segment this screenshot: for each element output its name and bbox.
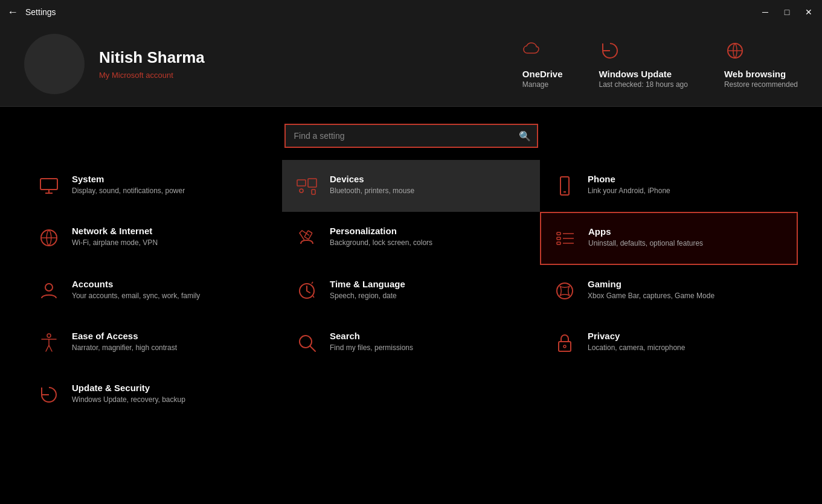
time-icon xyxy=(295,279,319,303)
minimize-button[interactable]: ─ xyxy=(759,7,771,17)
search-settings-title: Search xyxy=(330,331,413,341)
globe-icon xyxy=(724,40,746,65)
setting-item-phone[interactable]: Phone Link your Android, iPhone xyxy=(540,160,798,212)
windows-update-sub: Last checked: 18 hours ago xyxy=(599,80,688,89)
search-settings-text: Search Find my files, permissions xyxy=(330,331,413,353)
ease-of-access-title: Ease of Access xyxy=(72,331,177,341)
search-settings-desc: Find my files, permissions xyxy=(330,343,413,353)
search-section: 🔍 xyxy=(0,107,822,160)
header-tile-web-browsing[interactable]: Web browsing Restore recommended xyxy=(724,40,798,89)
web-browsing-sub: Restore recommended xyxy=(724,80,798,89)
phone-icon xyxy=(553,174,577,198)
monitor-icon xyxy=(37,174,61,198)
svg-line-23 xyxy=(310,346,315,351)
svg-rect-4 xyxy=(297,180,306,186)
profile-name: Nitish Sharma xyxy=(99,48,205,67)
network-text: Network & Internet Wi-Fi, airplane mode,… xyxy=(72,226,158,248)
privacy-text: Privacy Location, camera, microphone xyxy=(588,331,685,353)
phone-text: Phone Link your Android, iPhone xyxy=(588,174,670,196)
apps-desc: Uninstall, defaults, optional features xyxy=(588,238,703,249)
update-security-text: Update & Security Windows Update, recove… xyxy=(72,383,185,405)
svg-point-18 xyxy=(45,284,53,291)
window-title: Settings xyxy=(25,7,56,17)
accounts-title: Accounts xyxy=(72,279,200,289)
web-browsing-title: Web browsing xyxy=(724,69,786,79)
system-text: System Display, sound, notifications, po… xyxy=(72,174,185,196)
title-bar-left: ← Settings xyxy=(7,6,56,19)
apps-title: Apps xyxy=(588,226,703,237)
avatar xyxy=(24,34,85,94)
setting-item-time-language[interactable]: Time & Language Speech, region, date xyxy=(282,265,540,317)
svg-rect-16 xyxy=(557,242,560,244)
header-tile-onedrive[interactable]: OneDrive Manage xyxy=(522,40,563,89)
phone-title: Phone xyxy=(588,174,670,184)
setting-item-search[interactable]: Search Find my files, permissions xyxy=(282,317,540,369)
gaming-title: Gaming xyxy=(588,279,714,289)
accessibility-icon xyxy=(37,331,61,355)
svg-rect-14 xyxy=(557,237,560,240)
devices-title: Devices xyxy=(330,174,414,184)
setting-item-gaming[interactable]: Gaming Xbox Game Bar, captures, Game Mod… xyxy=(540,265,798,317)
onedrive-title: OneDrive xyxy=(522,69,563,79)
personalization-desc: Background, lock screen, colors xyxy=(330,238,432,248)
search-icon: 🔍 xyxy=(519,130,531,142)
profile-info: Nitish Sharma My Microsoft account xyxy=(99,48,205,80)
accounts-desc: Your accounts, email, sync, work, family xyxy=(72,291,200,301)
svg-rect-5 xyxy=(308,179,316,187)
search-box: 🔍 xyxy=(284,124,538,148)
header: Nitish Sharma My Microsoft account OneDr… xyxy=(0,24,822,107)
privacy-title: Privacy xyxy=(588,331,685,341)
devices-text: Devices Bluetooth, printers, mouse xyxy=(330,174,414,196)
update-security-title: Update & Security xyxy=(72,383,185,393)
svg-rect-7 xyxy=(312,190,315,194)
apps-text: Apps Uninstall, defaults, optional featu… xyxy=(588,226,703,249)
update-security-desc: Windows Update, recovery, backup xyxy=(72,395,185,405)
system-desc: Display, sound, notifications, power xyxy=(72,186,185,196)
setting-item-apps[interactable]: Apps Uninstall, defaults, optional featu… xyxy=(540,212,798,265)
ease-of-access-text: Ease of Access Narrator, magnifier, high… xyxy=(72,331,177,353)
time-language-title: Time & Language xyxy=(330,279,405,289)
setting-item-update-security[interactable]: Update & Security Windows Update, recove… xyxy=(24,369,282,421)
network-desc: Wi-Fi, airplane mode, VPN xyxy=(72,238,158,248)
svg-rect-1 xyxy=(40,179,57,190)
network-title: Network & Internet xyxy=(72,226,158,236)
time-language-desc: Speech, region, date xyxy=(330,291,405,301)
time-language-text: Time & Language Speech, region, date xyxy=(330,279,405,301)
xbox-icon xyxy=(553,279,577,303)
header-tiles: OneDrive Manage Windows Update Last chec… xyxy=(522,40,798,89)
svg-point-25 xyxy=(564,345,566,348)
svg-point-21 xyxy=(47,334,51,337)
maximize-button[interactable]: □ xyxy=(781,7,793,17)
brush-icon xyxy=(295,226,319,250)
phone-desc: Link your Android, iPhone xyxy=(588,186,670,196)
title-bar: ← Settings ─ □ ✕ xyxy=(0,0,822,24)
setting-item-privacy[interactable]: Privacy Location, camera, microphone xyxy=(540,317,798,369)
settings-grid: System Display, sound, notifications, po… xyxy=(0,160,822,421)
privacy-desc: Location, camera, microphone xyxy=(588,343,685,353)
microsoft-account-link[interactable]: My Microsoft account xyxy=(99,71,205,80)
setting-item-network[interactable]: Network & Internet Wi-Fi, airplane mode,… xyxy=(24,212,282,265)
onedrive-sub: Manage xyxy=(522,80,548,89)
devices-desc: Bluetooth, printers, mouse xyxy=(330,186,414,196)
svg-rect-24 xyxy=(559,342,571,351)
personalization-text: Personalization Background, lock screen,… xyxy=(330,226,432,248)
cloud-icon xyxy=(522,40,544,65)
setting-item-system[interactable]: System Display, sound, notifications, po… xyxy=(24,160,282,212)
gaming-desc: Xbox Game Bar, captures, Game Mode xyxy=(588,291,714,301)
setting-item-ease-of-access[interactable]: Ease of Access Narrator, magnifier, high… xyxy=(24,317,282,369)
setting-item-accounts[interactable]: Accounts Your accounts, email, sync, wor… xyxy=(24,265,282,317)
svg-point-20 xyxy=(557,283,573,299)
search-input[interactable] xyxy=(284,124,538,148)
setting-item-devices[interactable]: Devices Bluetooth, printers, mouse xyxy=(282,160,540,212)
svg-rect-12 xyxy=(557,232,560,235)
setting-item-personalization[interactable]: Personalization Background, lock screen,… xyxy=(282,212,540,265)
system-title: System xyxy=(72,174,185,184)
ease-of-access-desc: Narrator, magnifier, high contrast xyxy=(72,343,177,353)
back-button[interactable]: ← xyxy=(7,6,18,19)
close-button[interactable]: ✕ xyxy=(803,7,815,17)
search-settings-icon xyxy=(295,331,319,355)
accounts-text: Accounts Your accounts, email, sync, wor… xyxy=(72,279,200,301)
personalization-title: Personalization xyxy=(330,226,432,236)
header-tile-windows-update[interactable]: Windows Update Last checked: 18 hours ag… xyxy=(599,40,688,89)
person-icon xyxy=(37,279,61,303)
